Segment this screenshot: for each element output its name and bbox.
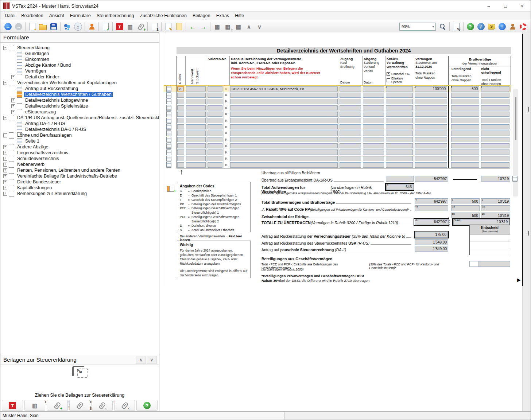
abgang-datum-field[interactable] xyxy=(363,93,384,98)
vermoegen-field[interactable] xyxy=(415,93,447,98)
tree-item[interactable]: Abzüge Kanton / Bund xyxy=(3,62,158,68)
uebertrag-col6-field[interactable]: 10'319 xyxy=(481,176,510,182)
zugang-datum-field[interactable] xyxy=(340,143,361,148)
unterliegend-field[interactable] xyxy=(451,99,479,104)
tree-item[interactable]: +Andere Abzüge xyxy=(3,144,158,150)
pauschal-checkbox[interactable]: ✕ xyxy=(387,72,390,76)
report-table-button[interactable]: ▦ xyxy=(212,22,222,32)
menu-ansicht[interactable]: Ansicht xyxy=(46,12,67,19)
beleg-icon-cell[interactable] xyxy=(164,155,177,162)
unterliegend-field[interactable] xyxy=(451,149,479,155)
unterliegend-field[interactable] xyxy=(451,143,479,148)
valoren-field[interactable] xyxy=(208,124,222,129)
remove-attachment-button[interactable]: × xyxy=(114,400,135,411)
tree-item[interactable]: +Schuldenverzeichnis xyxy=(3,156,158,162)
nennwert-field[interactable] xyxy=(186,143,206,148)
vermoegen-field[interactable] xyxy=(415,99,447,104)
verrechnungssteuer-value[interactable]: 175.00 xyxy=(415,232,448,238)
unterliegend-field[interactable] xyxy=(451,137,479,142)
aufwendungen-value[interactable]: 3 643 xyxy=(386,184,413,190)
abgang-datum-field[interactable] xyxy=(363,137,384,142)
valoren-field[interactable] xyxy=(208,99,222,104)
tree-expander[interactable]: + xyxy=(11,75,15,79)
beleg-icon-cell[interactable] xyxy=(164,98,177,105)
menu-datei[interactable]: Datei xyxy=(2,12,18,19)
goto-da1-icon[interactable] xyxy=(512,176,518,182)
vermoegen-field[interactable] xyxy=(415,124,447,129)
tree-item[interactable]: +Nebenerwerb xyxy=(3,162,158,167)
unterliegend-field[interactable] xyxy=(451,156,479,161)
scroll-down-button[interactable]: ∨ xyxy=(255,22,264,32)
tree-expander[interactable]: + xyxy=(3,192,7,196)
nennwert-field[interactable] xyxy=(186,124,206,129)
kosten-field[interactable] xyxy=(386,105,413,110)
tree-expander[interactable]: + xyxy=(3,186,7,190)
tree-item[interactable]: −Löhne und Berufsauslagen xyxy=(3,132,158,138)
tree-expander[interactable]: + xyxy=(11,104,15,108)
bezeichnung-field[interactable] xyxy=(230,149,338,155)
bezeichnung-field[interactable] xyxy=(230,156,338,161)
unterliegend-field[interactable]: 500 xyxy=(451,86,479,92)
tree-item[interactable]: +Direkte Bundessteuer xyxy=(3,179,158,185)
menu-steuerberechnung[interactable]: Steuerberechnung xyxy=(94,12,137,19)
kosten-field[interactable] xyxy=(386,124,413,129)
abgang-datum-field[interactable] xyxy=(363,156,384,161)
beleg-icon-cell[interactable] xyxy=(164,124,177,130)
tree-item[interactable]: +Detail der Kinder xyxy=(3,74,158,80)
vermoegen-field[interactable] xyxy=(415,105,447,110)
home-button[interactable]: ⌂ xyxy=(73,22,83,32)
rabatt-6a-field[interactable]: 6a xyxy=(481,205,510,211)
zugang-datum-field[interactable] xyxy=(340,131,361,136)
abgang-datum-field[interactable] xyxy=(363,118,384,123)
help-button[interactable]: ? xyxy=(136,400,158,411)
nicht-unterliegend-field[interactable] xyxy=(481,105,509,110)
back-button[interactable]: ← xyxy=(3,22,13,32)
usa-value[interactable]: 1'549.00 xyxy=(415,239,448,245)
tree-item[interactable]: +Detailverzeichnis Lottogewinne xyxy=(3,97,158,103)
beleg-icon-cell[interactable] xyxy=(164,105,177,111)
prev-form-button[interactable]: ← xyxy=(188,22,198,32)
code-field[interactable] xyxy=(177,93,184,98)
nicht-unterliegend-field[interactable] xyxy=(481,156,509,161)
valoren-field[interactable] xyxy=(208,112,222,117)
tree-item[interactable]: −Steuererklärung xyxy=(3,45,158,51)
kosten-field[interactable] xyxy=(386,118,413,123)
vermoegen-field[interactable] xyxy=(415,131,447,136)
new-form-button[interactable]: + xyxy=(27,22,37,32)
next-form-button[interactable]: → xyxy=(198,22,208,32)
code-field[interactable] xyxy=(177,156,184,161)
tree-item[interactable]: Grundlagen xyxy=(3,51,158,57)
zugang-datum-field[interactable] xyxy=(340,93,361,98)
nicht-unterliegend-field[interactable] xyxy=(481,93,509,98)
code-field[interactable] xyxy=(177,131,184,136)
tree-item[interactable]: Detailverzeichnis DA-1 / R-US xyxy=(3,127,158,132)
tree-expander[interactable]: + xyxy=(3,151,7,155)
menu-beilagen[interactable]: Beilagen xyxy=(190,12,213,19)
tree-item[interactable]: +Detailverzeichnis Spieleinsätze xyxy=(3,103,158,109)
abgang-datum-field[interactable] xyxy=(363,112,384,117)
totale-vermoegen-value[interactable]: 4=642'997 xyxy=(415,219,448,225)
tree-expander[interactable]: − xyxy=(3,81,7,85)
vermoegen-field[interactable] xyxy=(415,162,447,167)
abgang-datum-field[interactable] xyxy=(363,124,384,129)
kosten-field[interactable] xyxy=(386,99,413,104)
nicht-unterliegend-field[interactable] xyxy=(481,112,509,117)
tree-item[interactable]: −DA-1/R-US Antrag ausl. Quellensteuern/R… xyxy=(3,115,158,121)
unterliegend-field[interactable] xyxy=(451,131,479,136)
zugang-datum-field[interactable] xyxy=(340,99,361,104)
zugang-datum-field[interactable] xyxy=(340,149,361,155)
consultant-button[interactable] xyxy=(508,22,518,32)
bezeichnung-field[interactable] xyxy=(230,131,338,136)
bezeichnung-field[interactable] xyxy=(230,162,338,167)
beleg-icon-cell[interactable] xyxy=(164,136,177,143)
nicht-unterliegend-field[interactable] xyxy=(481,131,509,136)
web-info-button[interactable]: ! xyxy=(497,22,507,32)
contacts-button[interactable] xyxy=(62,22,72,32)
rabatt-4a-field[interactable]: 4a xyxy=(415,205,448,211)
tree-item[interactable]: Seite 1 xyxy=(3,138,158,144)
tree-expander[interactable]: + xyxy=(3,174,7,178)
bezeichnung-field[interactable] xyxy=(230,124,338,129)
zugang-datum-field[interactable] xyxy=(340,156,361,161)
scan-belege-button[interactable]: ▥ xyxy=(125,22,135,32)
nennwert-field[interactable] xyxy=(186,93,206,98)
